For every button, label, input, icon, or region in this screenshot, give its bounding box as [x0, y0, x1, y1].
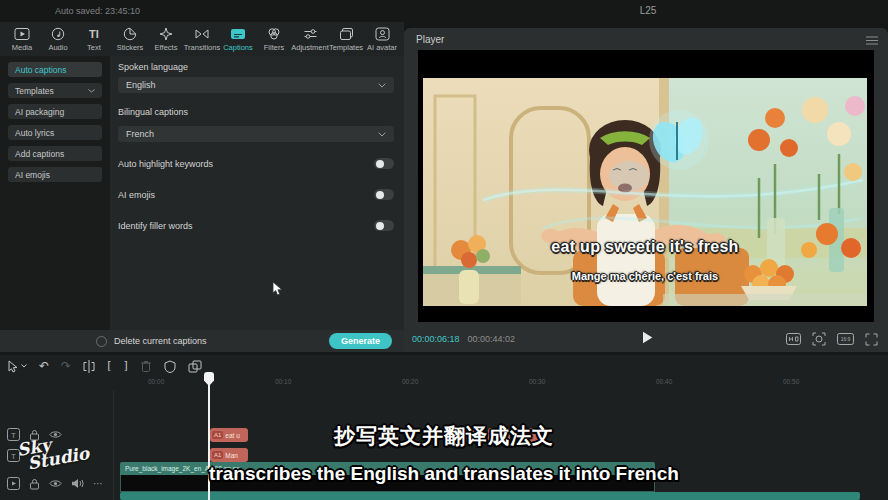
delete-captions-checkbox[interactable] — [96, 336, 107, 347]
toolbar-ai-avatar[interactable]: AI avatar — [364, 27, 400, 52]
filler-words-row: Identify filler words — [118, 220, 394, 231]
toolbar-text[interactable]: TI Text — [76, 27, 112, 52]
sidebar-item-auto-captions[interactable]: Auto captions — [8, 62, 102, 77]
toolbar-templates[interactable]: Templates — [328, 27, 364, 52]
video-viewport: eat up sweetie it's fresh Mange ma chéri… — [418, 50, 874, 322]
bilingual-captions-select[interactable]: French — [118, 126, 394, 142]
ruler-tick: 00:30 — [529, 378, 545, 385]
ruler-tick: 00:10 — [275, 378, 291, 385]
split-icon[interactable] — [83, 360, 95, 373]
preview-quality-icon[interactable] — [786, 333, 801, 345]
chevron-down-icon — [378, 83, 386, 88]
ruler-tick: 00:00 — [148, 378, 164, 385]
player-menu-icon[interactable] — [866, 36, 878, 45]
ai-avatar-icon — [375, 27, 390, 41]
subtitle-english: transcribes the English and translates i… — [0, 463, 888, 485]
video-caption-primary: eat up sweetie it's fresh — [423, 238, 867, 256]
mask-icon[interactable] — [164, 360, 176, 373]
total-timecode: 00:00:44:02 — [468, 334, 516, 344]
toolbar-media[interactable]: Media — [4, 27, 40, 52]
captions-sidebar: Auto captions Templates AI packaging Aut… — [0, 56, 110, 330]
sidebar-item-templates[interactable]: Templates — [8, 83, 102, 98]
sidebar-item-ai-emojis[interactable]: AI emojis — [8, 167, 102, 182]
text-icon: TI — [89, 27, 99, 41]
media-icon — [14, 27, 30, 41]
ai-emojis-row: AI emojis — [118, 189, 394, 200]
toolbar-audio[interactable]: Audio — [40, 27, 76, 52]
aspect-ratio-text: 16:9 — [841, 336, 851, 342]
video-frame: eat up sweetie it's fresh Mange ma chéri… — [423, 78, 867, 306]
auto-highlight-toggle[interactable] — [374, 158, 394, 169]
aspect-ratio-icon[interactable]: 16:9 — [837, 333, 854, 345]
spoken-language-label: Spoken language — [118, 62, 188, 72]
ai-emojis-toggle[interactable] — [374, 189, 394, 200]
templates-icon — [339, 27, 354, 41]
toolbar-effects[interactable]: Effects — [148, 27, 184, 52]
filters-icon — [267, 27, 281, 41]
autosave-status: Auto saved: 23:45:10 — [55, 6, 140, 16]
mouse-cursor — [272, 281, 283, 296]
window-title: L25 — [618, 5, 678, 16]
ruler-tick: 00:50 — [783, 378, 799, 385]
toolbar-filters[interactable]: Filters — [256, 27, 292, 52]
play-button[interactable] — [642, 331, 653, 344]
player-controls: 00:00:06:18 00:00:44:02 16:9 — [404, 325, 888, 352]
spoken-language-select[interactable]: English — [118, 77, 394, 93]
fullscreen-icon[interactable] — [865, 333, 878, 346]
captions-icon — [230, 27, 246, 41]
ruler-tick: 00:40 — [656, 378, 672, 385]
player-panel: Player — [404, 28, 888, 352]
subtitle-chinese: 抄写英文并翻译成法文 — [0, 422, 888, 450]
filler-words-toggle[interactable] — [374, 220, 394, 231]
delete-icon[interactable] — [140, 360, 152, 373]
timeline-toolbar: ↶ ↷ [ ] — [8, 358, 202, 374]
audio-track-clip[interactable] — [120, 492, 860, 500]
auto-captions-panel: Spoken language English Bilingual captio… — [110, 56, 404, 330]
chevron-down-icon — [88, 89, 95, 93]
delete-left-icon[interactable]: [ — [107, 360, 111, 372]
capcut-app: Auto saved: 23:45:10 L25 Media Audio TI … — [0, 0, 888, 500]
delete-captions-label: Delete current captions — [114, 336, 207, 346]
select-tool-icon[interactable] — [8, 360, 27, 373]
generate-button[interactable]: Generate — [329, 333, 392, 349]
sidebar-item-auto-lyrics[interactable]: Auto lyrics — [8, 125, 102, 140]
sidebar-item-ai-packaging[interactable]: AI packaging — [8, 104, 102, 119]
toolbar-transitions[interactable]: Transitions — [184, 27, 220, 52]
undo-icon[interactable]: ↶ — [39, 360, 49, 372]
panel-footer: Delete current captions Generate — [0, 330, 404, 352]
effects-icon — [159, 27, 173, 41]
svg-text:T: T — [11, 452, 16, 461]
delete-right-icon[interactable]: ] — [123, 360, 127, 372]
bilingual-captions-label: Bilingual captions — [118, 107, 188, 117]
chevron-down-icon — [378, 132, 386, 137]
ruler-tick: 00:20 — [402, 378, 418, 385]
auto-highlight-row: Auto highlight keywords — [118, 158, 394, 169]
toolbar-adjustment[interactable]: Adjustment — [292, 27, 328, 52]
caption-clip[interactable]: A1 Man — [210, 448, 248, 462]
audio-icon — [51, 27, 65, 41]
focus-icon[interactable] — [812, 332, 826, 346]
transitions-icon — [194, 27, 210, 41]
player-title: Player — [416, 34, 444, 45]
redo-icon[interactable]: ↷ — [61, 360, 71, 372]
current-timecode: 00:00:06:18 — [412, 334, 460, 344]
stickers-icon — [123, 27, 137, 41]
sidebar-item-add-captions[interactable]: Add captions — [8, 146, 102, 161]
overlay-extract-icon[interactable] — [188, 360, 202, 373]
adjustment-icon — [303, 27, 318, 41]
main-toolbar: Media Audio TI Text Stickers Effects Tra… — [0, 22, 404, 56]
toolbar-captions[interactable]: Captions — [220, 27, 256, 52]
video-caption-secondary: Mange ma chérie, c'est frais — [423, 270, 867, 282]
toolbar-stickers[interactable]: Stickers — [112, 27, 148, 52]
